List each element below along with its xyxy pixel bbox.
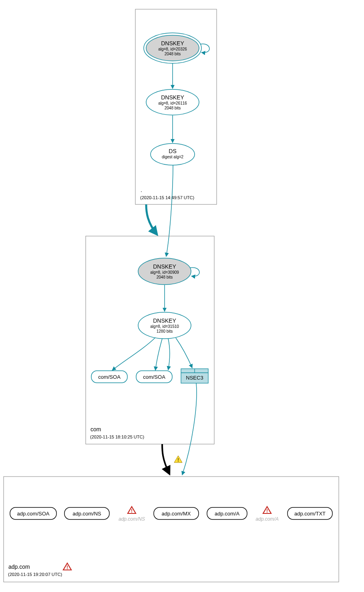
node-root-ds: DS digest alg=2 <box>151 143 195 165</box>
node-root-zsk: DNSKEY alg=8, id=26116 2048 bits <box>146 89 199 115</box>
error-icon <box>63 563 71 570</box>
warning-icon <box>174 456 182 463</box>
node-com-ksk: DNSKEY alg=8, id=30909 2048 bits <box>138 258 191 285</box>
node-sub: 2048 bits <box>157 275 173 279</box>
edge <box>112 337 155 370</box>
node-title: DNSKEY <box>153 263 176 270</box>
node-label: adp.com/A <box>215 511 239 517</box>
svg-point-6 <box>151 143 195 165</box>
node-label: adp.com/TXT <box>294 511 326 517</box>
node-adp-ns: adp.com/NS <box>64 507 109 519</box>
zone-timestamp: (2020-11-15 19:20:07 UTC) <box>8 572 62 577</box>
node-com-nsec3: NSEC3 <box>181 369 208 383</box>
edge <box>168 339 170 370</box>
edge <box>166 165 173 257</box>
zone-timestamp: (2020-11-15 14:49:57 UTC) <box>140 195 194 200</box>
node-title: DNSKEY <box>153 317 176 324</box>
node-label: com/SOA <box>98 374 121 380</box>
node-com-zsk: DNSKEY alg=8, id=31510 1280 bits <box>138 312 191 339</box>
node-label: adp.com/SOA <box>17 511 50 517</box>
node-sub: 2048 bits <box>165 106 181 110</box>
node-sub: alg=8, id=31510 <box>150 324 179 329</box>
edge-zone-cut <box>162 444 169 473</box>
node-title: DNSKEY <box>161 94 184 101</box>
node-sub: digest alg=2 <box>162 155 184 159</box>
node-adp-a: adp.com/A <box>207 507 247 519</box>
dnssec-diagram: ! ! . (2020-11-15 14:49:57 UTC) DNSKEY a… <box>0 0 364 592</box>
node-adp-a-error: adp.com/A <box>255 507 278 522</box>
edge <box>176 338 192 368</box>
node-label: com/SOA <box>143 374 165 380</box>
svg-rect-15 <box>4 477 339 582</box>
node-label: adp.com/A <box>255 516 278 522</box>
zone-adp: adp.com (2020-11-15 19:20:07 UTC) adp.co… <box>4 477 339 582</box>
node-sub: alg=8, id=30909 <box>150 270 179 275</box>
node-sub: 1280 bits <box>157 329 173 333</box>
node-label: adp.com/NS <box>119 516 145 522</box>
zone-label: com <box>90 426 101 432</box>
zone-com: com (2020-11-15 18:10:25 UTC) DNSKEY alg… <box>86 236 214 444</box>
zone-label: adp.com <box>8 564 30 570</box>
zone-label: . <box>141 187 142 193</box>
edge-zone-cut <box>146 204 157 234</box>
node-com-soa1: com/SOA <box>91 371 127 383</box>
node-sub: alg=8, id=26116 <box>158 101 187 105</box>
node-label: NSEC3 <box>186 375 203 381</box>
node-label: adp.com/MX <box>162 511 191 517</box>
node-com-soa2: com/SOA <box>136 371 172 383</box>
node-adp-mx: adp.com/MX <box>154 507 199 519</box>
edge <box>155 339 162 370</box>
node-adp-txt: adp.com/TXT <box>288 507 332 519</box>
edge <box>182 383 197 475</box>
zone-timestamp: (2020-11-15 18:10:25 UTC) <box>90 434 144 439</box>
node-root-ksk: DNSKEY alg=8, id=20326 2048 bits <box>144 33 201 63</box>
node-title: DS <box>169 148 176 154</box>
edge-self-loop <box>190 267 199 276</box>
node-sub: 2048 bits <box>165 52 181 56</box>
node-adp-ns-error: adp.com/NS <box>119 507 145 522</box>
node-adp-soa: adp.com/SOA <box>10 507 56 519</box>
zone-root: . (2020-11-15 14:49:57 UTC) DNSKEY alg=8… <box>135 9 217 204</box>
node-label: adp.com/NS <box>72 511 101 517</box>
node-sub: alg=8, id=20326 <box>158 47 187 51</box>
node-title: DNSKEY <box>161 40 184 46</box>
